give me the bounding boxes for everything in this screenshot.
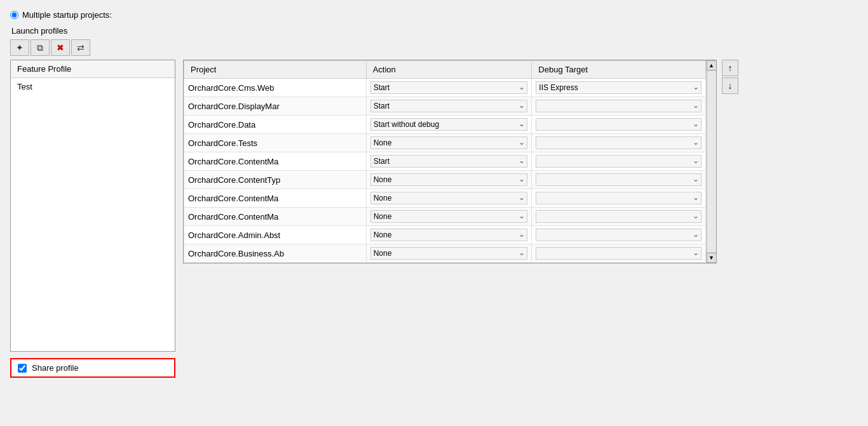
main-layout: Feature Profile Test Share profile Proje…	[10, 60, 858, 378]
debug-target-select[interactable]: IIS ExpressProject	[536, 173, 702, 186]
debug-target-select[interactable]: IIS ExpressProject	[536, 81, 702, 94]
debug-target-select[interactable]: IIS ExpressProject	[536, 247, 702, 260]
col-header-project: Project	[184, 61, 367, 79]
cell-debug-target: IIS ExpressProject	[532, 171, 706, 189]
profile-list-header: Feature Profile	[11, 60, 175, 78]
table-scrollbar[interactable]: ▲ ▼	[706, 60, 716, 263]
move-arrows: ↑ ↓	[722, 60, 738, 94]
move-profile-icon: ⇄	[77, 43, 85, 53]
table-row: OrchardCore.ContentMaNoneStartStart with…	[184, 152, 706, 171]
debug-target-select[interactable]: IIS ExpressProject	[536, 155, 702, 168]
cell-project: OrchardCore.ContentMa	[184, 189, 367, 208]
cell-debug-target: IIS ExpressProject	[532, 116, 706, 134]
cell-project: OrchardCore.Tests	[184, 134, 367, 152]
table-row: OrchardCore.Cms.WebNoneStartStart withou…	[184, 79, 706, 97]
action-select[interactable]: NoneStartStart without debug	[370, 81, 528, 94]
delete-profile-icon: ✖	[57, 43, 64, 53]
cell-project: OrchardCore.DisplayMar	[184, 97, 367, 116]
cell-debug-target: IIS ExpressProject	[532, 79, 706, 97]
cell-project: OrchardCore.ContentMa	[184, 208, 367, 226]
cell-action: NoneStartStart without debug	[366, 134, 532, 152]
share-profile-checkbox[interactable]	[18, 364, 27, 373]
copy-profile-icon: ⧉	[37, 43, 43, 53]
cell-project: OrchardCore.ContentTyp	[184, 171, 367, 189]
action-select[interactable]: NoneStartStart without debug	[370, 155, 528, 168]
multiple-startup-radio[interactable]: Multiple startup projects:	[10, 10, 858, 20]
share-profile-box[interactable]: Share profile	[10, 358, 175, 378]
table-scroll-area: Project Action Debug Target OrchardCore.…	[184, 60, 706, 263]
add-profile-button[interactable]: ✦	[10, 39, 29, 56]
add-profile-icon: ✦	[16, 43, 24, 53]
scroll-track[interactable]	[707, 70, 717, 253]
col-header-debug: Debug Target	[532, 61, 706, 79]
copy-profile-button[interactable]: ⧉	[31, 39, 50, 56]
cell-project: OrchardCore.Cms.Web	[184, 79, 367, 97]
cell-project: OrchardCore.ContentMa	[184, 152, 367, 171]
table-row: OrchardCore.DataNoneStartStart without d…	[184, 116, 706, 134]
cell-action: NoneStartStart without debug	[366, 79, 532, 97]
cell-action: NoneStartStart without debug	[366, 189, 532, 208]
table-row: OrchardCore.Business.AbNoneStartStart wi…	[184, 244, 706, 263]
left-panel: Feature Profile Test Share profile	[10, 60, 175, 378]
table-row: OrchardCore.DisplayMarNoneStartStart wit…	[184, 97, 706, 116]
action-select[interactable]: NoneStartStart without debug	[370, 118, 528, 131]
cell-action: NoneStartStart without debug	[366, 152, 532, 171]
debug-target-select[interactable]: IIS ExpressProject	[536, 210, 702, 223]
share-profile-label: Share profile	[32, 363, 79, 373]
cell-action: NoneStartStart without debug	[366, 208, 532, 226]
delete-profile-button[interactable]: ✖	[51, 39, 70, 56]
list-item[interactable]: Test	[11, 78, 175, 95]
table-row: OrchardCore.ContentTypNoneStartStart wit…	[184, 171, 706, 189]
cell-debug-target: IIS ExpressProject	[532, 134, 706, 152]
action-select[interactable]: NoneStartStart without debug	[370, 192, 528, 204]
cell-project: OrchardCore.Admin.Abst	[184, 226, 367, 244]
action-select[interactable]: NoneStartStart without debug	[370, 136, 528, 149]
projects-table-wrapper: Project Action Debug Target OrchardCore.…	[183, 60, 717, 263]
action-select[interactable]: NoneStartStart without debug	[370, 229, 528, 241]
table-row: OrchardCore.ContentMaNoneStartStart with…	[184, 189, 706, 208]
cell-debug-target: IIS ExpressProject	[532, 189, 706, 208]
radio-label: Multiple startup projects:	[22, 10, 112, 20]
toolbar: ✦ ⧉ ✖ ⇄	[10, 39, 858, 56]
cell-action: NoneStartStart without debug	[366, 116, 532, 134]
table-with-scrollbar: Project Action Debug Target OrchardCore.…	[184, 60, 716, 263]
action-select[interactable]: NoneStartStart without debug	[370, 210, 528, 223]
debug-target-select[interactable]: IIS ExpressProject	[536, 229, 702, 241]
cell-debug-target: IIS ExpressProject	[532, 97, 706, 116]
cell-action: NoneStartStart without debug	[366, 171, 532, 189]
debug-target-select[interactable]: IIS ExpressProject	[536, 192, 702, 204]
cell-debug-target: IIS ExpressProject	[532, 244, 706, 263]
launch-profiles-label: Launch profiles	[11, 26, 858, 36]
cell-action: NoneStartStart without debug	[366, 244, 532, 263]
debug-target-select[interactable]: IIS ExpressProject	[536, 118, 702, 131]
profile-list: Feature Profile Test	[10, 60, 175, 352]
table-row: OrchardCore.TestsNoneStartStart without …	[184, 134, 706, 152]
col-header-action: Action	[366, 61, 532, 79]
scroll-up-arrow[interactable]: ▲	[707, 60, 717, 70]
move-profile-button[interactable]: ⇄	[71, 39, 90, 56]
cell-action: NoneStartStart without debug	[366, 226, 532, 244]
debug-target-select[interactable]: IIS ExpressProject	[536, 100, 702, 112]
cell-project: OrchardCore.Business.Ab	[184, 244, 367, 263]
table-row: OrchardCore.ContentMaNoneStartStart with…	[184, 208, 706, 226]
radio-input[interactable]	[10, 11, 18, 19]
debug-target-select[interactable]: IIS ExpressProject	[536, 136, 702, 149]
move-down-button[interactable]: ↓	[722, 77, 738, 94]
action-select[interactable]: NoneStartStart without debug	[370, 247, 528, 260]
table-row: OrchardCore.Admin.AbstNoneStartStart wit…	[184, 226, 706, 244]
scroll-down-arrow[interactable]: ▼	[707, 253, 717, 263]
action-select[interactable]: NoneStartStart without debug	[370, 100, 528, 112]
right-section: Project Action Debug Target OrchardCore.…	[183, 60, 738, 263]
projects-table: Project Action Debug Target OrchardCore.…	[184, 60, 706, 263]
cell-debug-target: IIS ExpressProject	[532, 152, 706, 171]
cell-action: NoneStartStart without debug	[366, 97, 532, 116]
move-up-button[interactable]: ↑	[722, 60, 738, 76]
cell-debug-target: IIS ExpressProject	[532, 208, 706, 226]
cell-debug-target: IIS ExpressProject	[532, 226, 706, 244]
cell-project: OrchardCore.Data	[184, 116, 367, 134]
action-select[interactable]: NoneStartStart without debug	[370, 173, 528, 186]
